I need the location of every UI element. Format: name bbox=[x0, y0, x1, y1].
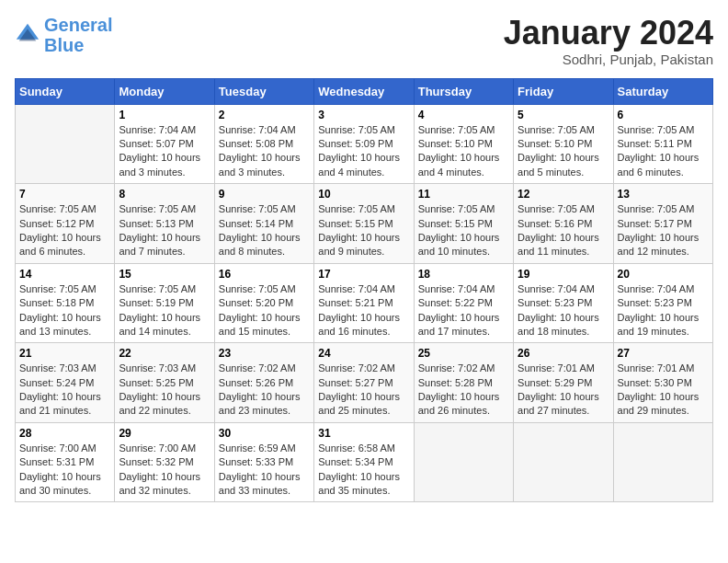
day-number: 2 bbox=[219, 109, 310, 121]
week-row-4: 21Sunrise: 7:03 AMSunset: 5:24 PMDayligh… bbox=[16, 343, 713, 423]
calendar-table: SundayMondayTuesdayWednesdayThursdayFrid… bbox=[15, 78, 713, 503]
cell-info: Sunrise: 7:04 AMSunset: 5:21 PMDaylight:… bbox=[318, 282, 409, 339]
day-number: 23 bbox=[219, 347, 310, 360]
calendar-cell: 29Sunrise: 7:00 AMSunset: 5:32 PMDayligh… bbox=[115, 422, 214, 502]
cell-info: Sunrise: 6:58 AMSunset: 5:34 PMDaylight:… bbox=[318, 442, 409, 499]
day-number: 25 bbox=[418, 347, 509, 360]
day-number: 14 bbox=[19, 268, 110, 281]
cell-info: Sunrise: 7:05 AMSunset: 5:20 PMDaylight:… bbox=[219, 282, 310, 339]
calendar-cell: 9Sunrise: 7:05 AMSunset: 5:14 PMDaylight… bbox=[214, 184, 313, 264]
col-header-tuesday: Tuesday bbox=[214, 78, 313, 104]
day-number: 24 bbox=[318, 347, 409, 360]
cell-info: Sunrise: 7:01 AMSunset: 5:29 PMDaylight:… bbox=[518, 362, 609, 419]
col-header-friday: Friday bbox=[514, 78, 613, 104]
day-number: 6 bbox=[618, 109, 709, 121]
cell-info: Sunrise: 7:05 AMSunset: 5:11 PMDaylight:… bbox=[618, 123, 709, 180]
cell-info: Sunrise: 7:04 AMSunset: 5:07 PMDaylight:… bbox=[119, 123, 210, 180]
logo: General Blue bbox=[15, 15, 112, 55]
day-number: 12 bbox=[518, 188, 609, 201]
calendar-cell: 31Sunrise: 6:58 AMSunset: 5:34 PMDayligh… bbox=[314, 422, 414, 502]
day-number: 8 bbox=[119, 188, 210, 201]
cell-info: Sunrise: 7:05 AMSunset: 5:16 PMDaylight:… bbox=[518, 202, 609, 259]
cell-info: Sunrise: 7:04 AMSunset: 5:22 PMDaylight:… bbox=[418, 282, 509, 339]
main-title: January 2024 bbox=[504, 15, 713, 52]
day-number: 5 bbox=[518, 109, 609, 121]
cell-info: Sunrise: 6:59 AMSunset: 5:33 PMDaylight:… bbox=[219, 442, 310, 499]
day-number: 29 bbox=[119, 427, 210, 440]
calendar-cell: 4Sunrise: 7:05 AMSunset: 5:10 PMDaylight… bbox=[414, 104, 513, 184]
cell-info: Sunrise: 7:05 AMSunset: 5:14 PMDaylight:… bbox=[219, 202, 310, 259]
calendar-cell: 26Sunrise: 7:01 AMSunset: 5:29 PMDayligh… bbox=[514, 343, 613, 423]
cell-info: Sunrise: 7:05 AMSunset: 5:15 PMDaylight:… bbox=[318, 202, 409, 259]
cell-info: Sunrise: 7:04 AMSunset: 5:23 PMDaylight:… bbox=[518, 282, 609, 339]
day-number: 1 bbox=[119, 109, 210, 121]
day-number: 3 bbox=[318, 109, 409, 121]
cell-info: Sunrise: 7:02 AMSunset: 5:26 PMDaylight:… bbox=[219, 362, 310, 419]
day-number: 9 bbox=[219, 188, 310, 201]
day-number: 19 bbox=[518, 268, 609, 281]
cell-info: Sunrise: 7:05 AMSunset: 5:10 PMDaylight:… bbox=[518, 123, 609, 180]
logo-line2: Blue bbox=[44, 35, 84, 55]
day-number: 26 bbox=[518, 347, 609, 360]
cell-info: Sunrise: 7:05 AMSunset: 5:18 PMDaylight:… bbox=[19, 282, 110, 339]
calendar-cell: 23Sunrise: 7:02 AMSunset: 5:26 PMDayligh… bbox=[214, 343, 313, 423]
cell-info: Sunrise: 7:04 AMSunset: 5:23 PMDaylight:… bbox=[618, 282, 709, 339]
day-number: 7 bbox=[19, 188, 110, 201]
day-number: 11 bbox=[418, 188, 509, 201]
week-row-3: 14Sunrise: 7:05 AMSunset: 5:18 PMDayligh… bbox=[16, 263, 713, 343]
cell-info: Sunrise: 7:03 AMSunset: 5:24 PMDaylight:… bbox=[19, 362, 110, 419]
calendar-cell: 2Sunrise: 7:04 AMSunset: 5:08 PMDaylight… bbox=[214, 104, 313, 184]
header-row: SundayMondayTuesdayWednesdayThursdayFrid… bbox=[16, 78, 713, 104]
col-header-saturday: Saturday bbox=[613, 78, 712, 104]
calendar-cell: 7Sunrise: 7:05 AMSunset: 5:12 PMDaylight… bbox=[16, 184, 115, 264]
day-number: 15 bbox=[119, 268, 210, 281]
col-header-thursday: Thursday bbox=[414, 78, 513, 104]
cell-info: Sunrise: 7:03 AMSunset: 5:25 PMDaylight:… bbox=[119, 362, 210, 419]
calendar-cell: 12Sunrise: 7:05 AMSunset: 5:16 PMDayligh… bbox=[514, 184, 613, 264]
day-number: 4 bbox=[418, 109, 509, 121]
col-header-monday: Monday bbox=[115, 78, 214, 104]
calendar-cell: 20Sunrise: 7:04 AMSunset: 5:23 PMDayligh… bbox=[613, 263, 712, 343]
day-number: 10 bbox=[318, 188, 409, 201]
calendar-cell: 30Sunrise: 6:59 AMSunset: 5:33 PMDayligh… bbox=[214, 422, 313, 502]
col-header-wednesday: Wednesday bbox=[314, 78, 414, 104]
calendar-cell: 3Sunrise: 7:05 AMSunset: 5:09 PMDaylight… bbox=[314, 104, 414, 184]
calendar-cell: 13Sunrise: 7:05 AMSunset: 5:17 PMDayligh… bbox=[613, 184, 712, 264]
calendar-cell: 27Sunrise: 7:01 AMSunset: 5:30 PMDayligh… bbox=[613, 343, 712, 423]
cell-info: Sunrise: 7:05 AMSunset: 5:17 PMDaylight:… bbox=[618, 202, 709, 259]
week-row-2: 7Sunrise: 7:05 AMSunset: 5:12 PMDaylight… bbox=[16, 184, 713, 264]
logo-line1: General bbox=[44, 15, 112, 35]
calendar-cell: 17Sunrise: 7:04 AMSunset: 5:21 PMDayligh… bbox=[314, 263, 414, 343]
day-number: 30 bbox=[219, 427, 310, 440]
cell-info: Sunrise: 7:02 AMSunset: 5:28 PMDaylight:… bbox=[418, 362, 509, 419]
week-row-1: 1Sunrise: 7:04 AMSunset: 5:07 PMDaylight… bbox=[16, 104, 713, 184]
cell-info: Sunrise: 7:00 AMSunset: 5:32 PMDaylight:… bbox=[119, 442, 210, 499]
day-number: 17 bbox=[318, 268, 409, 281]
day-number: 18 bbox=[418, 268, 509, 281]
calendar-cell: 24Sunrise: 7:02 AMSunset: 5:27 PMDayligh… bbox=[314, 343, 414, 423]
col-header-sunday: Sunday bbox=[16, 78, 115, 104]
page-header: General Blue January 2024 Sodhri, Punjab… bbox=[15, 15, 713, 67]
day-number: 13 bbox=[618, 188, 709, 201]
calendar-cell: 28Sunrise: 7:00 AMSunset: 5:31 PMDayligh… bbox=[16, 422, 115, 502]
day-number: 28 bbox=[19, 427, 110, 440]
day-number: 22 bbox=[119, 347, 210, 360]
subtitle: Sodhri, Punjab, Pakistan bbox=[504, 52, 713, 67]
calendar-cell: 10Sunrise: 7:05 AMSunset: 5:15 PMDayligh… bbox=[314, 184, 414, 264]
cell-info: Sunrise: 7:05 AMSunset: 5:15 PMDaylight:… bbox=[418, 202, 509, 259]
week-row-5: 28Sunrise: 7:00 AMSunset: 5:31 PMDayligh… bbox=[16, 422, 713, 502]
day-number: 21 bbox=[19, 347, 110, 360]
title-block: January 2024 Sodhri, Punjab, Pakistan bbox=[504, 15, 713, 67]
calendar-cell bbox=[414, 422, 513, 502]
cell-info: Sunrise: 7:05 AMSunset: 5:10 PMDaylight:… bbox=[418, 123, 509, 180]
calendar-cell bbox=[16, 104, 115, 184]
calendar-cell: 11Sunrise: 7:05 AMSunset: 5:15 PMDayligh… bbox=[414, 184, 513, 264]
cell-info: Sunrise: 7:05 AMSunset: 5:12 PMDaylight:… bbox=[19, 202, 110, 259]
cell-info: Sunrise: 7:05 AMSunset: 5:09 PMDaylight:… bbox=[318, 123, 409, 180]
calendar-cell: 22Sunrise: 7:03 AMSunset: 5:25 PMDayligh… bbox=[115, 343, 214, 423]
day-number: 20 bbox=[618, 268, 709, 281]
cell-info: Sunrise: 7:02 AMSunset: 5:27 PMDaylight:… bbox=[318, 362, 409, 419]
calendar-cell bbox=[613, 422, 712, 502]
calendar-cell: 14Sunrise: 7:05 AMSunset: 5:18 PMDayligh… bbox=[16, 263, 115, 343]
cell-info: Sunrise: 7:04 AMSunset: 5:08 PMDaylight:… bbox=[219, 123, 310, 180]
